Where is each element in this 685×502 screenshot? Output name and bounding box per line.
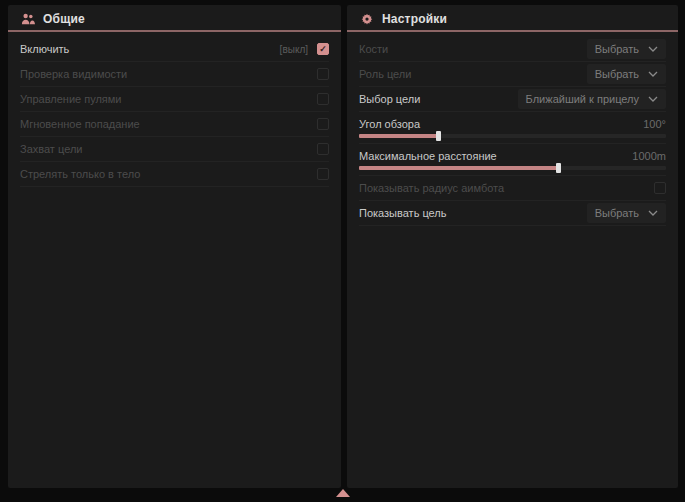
checkbox[interactable]: ✓ bbox=[317, 43, 329, 55]
select-value: Выбрать bbox=[595, 43, 639, 55]
panel-general-header: Общие bbox=[8, 5, 341, 30]
toggle-row-target-lock[interactable]: Захват цели bbox=[20, 137, 329, 162]
setting-row-bones: Кости Выбрать bbox=[359, 37, 666, 62]
fov-slider-handle[interactable] bbox=[436, 131, 441, 141]
setting-row-target-role: Роль цели Выбрать bbox=[359, 62, 666, 87]
users-icon bbox=[20, 11, 35, 26]
toggle-label: Мгновенное попадание bbox=[20, 118, 140, 130]
toggle-row-bullet-control[interactable]: Управление пулями bbox=[20, 87, 329, 112]
toggle-row-enable[interactable]: Включить [выкл] ✓ bbox=[20, 37, 329, 62]
cursor-triangle bbox=[336, 489, 350, 497]
chevron-down-icon bbox=[648, 210, 658, 216]
chevron-down-icon bbox=[648, 71, 658, 77]
setting-label: Угол обзора bbox=[359, 118, 420, 130]
settings-rows: Кости Выбрать Роль цели Выбрать bbox=[347, 32, 678, 226]
panel-general: Общие Включить [выкл] ✓ Проверка видимос… bbox=[8, 5, 341, 488]
target-choice-select[interactable]: Ближайший к прицелу bbox=[518, 89, 666, 109]
screen: Общие Включить [выкл] ✓ Проверка видимос… bbox=[0, 0, 685, 502]
max-distance-slider-handle[interactable] bbox=[556, 163, 561, 173]
setting-row-show-target: Показывать цель Выбрать bbox=[359, 201, 666, 226]
toggle-row-visibility-check[interactable]: Проверка видимости bbox=[20, 62, 329, 87]
bones-select[interactable]: Выбрать bbox=[587, 39, 666, 59]
fov-slider-fill bbox=[359, 134, 439, 138]
slider-value: 1000m bbox=[632, 150, 666, 162]
toggle-row-instant-hit[interactable]: Мгновенное попадание bbox=[20, 112, 329, 137]
setting-label: Показывать цель bbox=[359, 207, 447, 219]
toggle-label: Включить bbox=[20, 43, 69, 55]
checkbox[interactable] bbox=[317, 168, 329, 180]
toggle-row-body-only[interactable]: Стрелять только в тело bbox=[20, 162, 329, 187]
general-rows: Включить [выкл] ✓ Проверка видимости Упр… bbox=[8, 32, 341, 187]
chevron-down-icon bbox=[648, 46, 658, 52]
toggle-label: Захват цели bbox=[20, 143, 82, 155]
show-target-select[interactable]: Выбрать bbox=[587, 203, 666, 223]
fov-slider[interactable] bbox=[359, 134, 666, 138]
checkbox[interactable] bbox=[317, 68, 329, 80]
checkbox[interactable] bbox=[317, 143, 329, 155]
panel-settings: Настройки Кости Выбрать Роль цели Выбрат… bbox=[347, 5, 678, 488]
select-value: Выбрать bbox=[595, 207, 639, 219]
target-role-select[interactable]: Выбрать bbox=[587, 64, 666, 84]
toggle-row-show-radius[interactable]: Показывать радиус аимбота bbox=[359, 176, 666, 201]
panel-settings-header: Настройки bbox=[347, 5, 678, 30]
panel-general-title: Общие bbox=[43, 12, 85, 26]
setting-row-target-choice: Выбор цели Ближайший к прицелу bbox=[359, 87, 666, 112]
toggle-label: Управление пулями bbox=[20, 93, 122, 105]
select-value: Выбрать bbox=[595, 68, 639, 80]
checkbox[interactable] bbox=[654, 182, 666, 194]
checkbox[interactable] bbox=[317, 118, 329, 130]
setting-label: Кости bbox=[359, 43, 388, 55]
setting-row-max-distance: Максимальное расстояние 1000m bbox=[359, 144, 666, 176]
checkbox[interactable] bbox=[317, 93, 329, 105]
max-distance-slider-fill bbox=[359, 166, 559, 170]
setting-label: Максимальное расстояние bbox=[359, 150, 497, 162]
chevron-down-icon bbox=[648, 96, 658, 102]
toggle-label: Показывать радиус аимбота bbox=[359, 182, 504, 194]
slider-value: 100° bbox=[643, 118, 666, 130]
panel-settings-title: Настройки bbox=[382, 12, 447, 26]
keybind-hint: [выкл] bbox=[280, 44, 308, 55]
toggle-label: Проверка видимости bbox=[20, 68, 127, 80]
setting-row-fov: Угол обзора 100° bbox=[359, 112, 666, 144]
select-value: Ближайший к прицелу bbox=[526, 93, 639, 105]
check-icon: ✓ bbox=[319, 44, 327, 53]
gear-icon bbox=[359, 11, 374, 26]
toggle-label: Стрелять только в тело bbox=[20, 168, 140, 180]
setting-label: Выбор цели bbox=[359, 93, 420, 105]
setting-label: Роль цели bbox=[359, 68, 411, 80]
max-distance-slider[interactable] bbox=[359, 166, 666, 170]
